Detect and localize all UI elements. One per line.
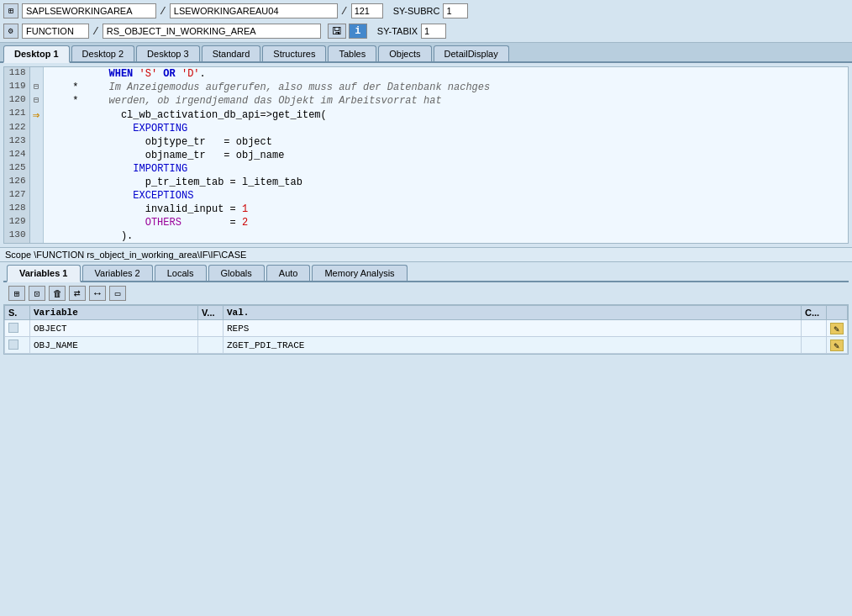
vars-icon-swap[interactable]: ⇄ — [69, 286, 86, 301]
slash-2: / — [341, 5, 348, 18]
line-number-125: 125 — [4, 162, 29, 176]
save-icon[interactable]: 🖫 — [328, 24, 346, 39]
bottom-tab-locals[interactable]: Locals — [155, 265, 207, 281]
line-marker-128 — [29, 203, 43, 216]
object-type: FUNCTION — [22, 24, 89, 39]
bottom-tab-variables-1[interactable]: Variables 1 — [7, 265, 81, 282]
code-line-121: 121⇒ cl_wb_activation_db_api=>get_item( — [4, 108, 848, 122]
vars-icon-2[interactable]: ⊡ — [29, 286, 45, 301]
code-line-130: 130 ). — [4, 229, 848, 243]
code-line-126: 126 p_tr_item_tab = l_item_tab — [4, 176, 848, 189]
var-v-1 — [198, 337, 224, 354]
bottom-tab-variables-2[interactable]: Variables 2 — [82, 265, 153, 281]
line-content-119: * Im Anzeigemodus aufgerufen, also muss … — [43, 81, 848, 94]
line-marker-123 — [29, 135, 43, 149]
toolbar-icons: 🖫 i — [328, 24, 367, 39]
top-tab-desktop-2[interactable]: Desktop 2 — [71, 45, 135, 61]
var-edit-1[interactable]: ✎ — [827, 337, 848, 354]
bottom-tabs-bar: Variables 1Variables 2LocalsGlobalsAutoM… — [3, 262, 849, 282]
top-tab-standard[interactable]: Standard — [202, 45, 261, 61]
scope-bar: Scope \FUNCTION rs_object_in_working_are… — [0, 247, 852, 262]
line-content-124: objname_tr = obj_name — [43, 149, 848, 162]
col-header-variable: Variable — [30, 306, 198, 320]
line-marker-127 — [29, 189, 43, 203]
edit-icon[interactable]: ✎ — [830, 323, 844, 334]
sy-subrc-label: SY-SUBRC — [393, 6, 440, 16]
top-tab-tables[interactable]: Tables — [328, 45, 376, 61]
bottom-tab-auto[interactable]: Auto — [266, 265, 311, 281]
code-line-128: 128 invalid_input = 1 — [4, 203, 848, 216]
function-icon: ⚙ — [3, 24, 18, 39]
var-c-0 — [802, 320, 827, 337]
code-line-119: 119⊟ * Im Anzeigemodus aufgerufen, also … — [4, 81, 848, 94]
col-header-v: V... — [198, 306, 224, 320]
vars-row-0: OBJECTREPS✎ — [5, 320, 848, 337]
line-number-127: 127 — [4, 189, 29, 203]
vars-icon-box[interactable]: ▭ — [109, 286, 126, 301]
code-line-127: 127 EXCEPTIONS — [4, 189, 848, 203]
top-tab-desktop-1[interactable]: Desktop 1 — [3, 45, 70, 63]
bottom-panel: Variables 1Variables 2LocalsGlobalsAutoM… — [3, 262, 849, 355]
code-line-124: 124 objname_tr = obj_name — [4, 149, 848, 162]
toolbar-row-2: ⚙ FUNCTION / RS_OBJECT_IN_WORKING_AREA 🖫… — [3, 22, 849, 40]
code-line-120: 120⊟ * werden, ob irgendjemand das Objek… — [4, 94, 848, 108]
var-val-0: REPS — [224, 320, 802, 337]
info-icon[interactable]: i — [349, 24, 367, 39]
code-area: 118 WHEN 'S' OR 'D'.119⊟ * Im Anzeigemod… — [3, 66, 849, 244]
vars-icon-1[interactable]: ⊞ — [8, 286, 25, 301]
bottom-tab-memory-analysis[interactable]: Memory Analysis — [312, 265, 407, 281]
var-edit-0[interactable]: ✎ — [827, 320, 848, 337]
code-line-129: 129 OTHERS = 2 — [4, 216, 848, 229]
line-content-128: invalid_input = 1 — [43, 203, 848, 216]
top-tab-detaildisplay[interactable]: DetailDisplay — [434, 45, 509, 61]
var-val-1: ZGET_PDI_TRACE — [224, 337, 802, 354]
line-number-123: 123 — [4, 135, 29, 149]
toolbar-row-1: ⊞ SAPLSEWORKINGAREA / LSEWORKINGAREAU04 … — [3, 2, 849, 20]
arrow-icon: ⇒ — [33, 108, 39, 122]
line-number-120: 120 — [4, 94, 29, 108]
top-tab-objects[interactable]: Objects — [378, 45, 431, 61]
line-marker-125 — [29, 162, 43, 176]
code-line-125: 125 IMPORTING — [4, 162, 848, 176]
line-content-121: cl_wb_activation_db_api=>get_item( — [43, 108, 848, 122]
line-content-129: OTHERS = 2 — [43, 216, 848, 229]
vars-icon-delete[interactable]: 🗑 — [49, 286, 66, 301]
vars-table-container: S. Variable V... Val. C... OBJECTREPS✎OB… — [3, 304, 849, 355]
line-number-121: 121 — [4, 108, 29, 122]
code-line-118: 118 WHEN 'S' OR 'D'. — [4, 67, 848, 81]
bottom-tab-globals[interactable]: Globals — [208, 265, 265, 281]
line-marker-130 — [29, 229, 43, 243]
var-select-1[interactable] — [5, 337, 30, 354]
var-name-0: OBJECT — [30, 320, 198, 337]
line-number-124: 124 — [4, 149, 29, 162]
line-number-126: 126 — [4, 176, 29, 189]
collapse-icon: ⊟ — [34, 82, 39, 92]
line-number-128: 128 — [4, 203, 29, 216]
var-v-0 — [198, 320, 224, 337]
vars-icon-arrow[interactable]: ↔ — [89, 286, 106, 301]
code-line-123: 123 objtype_tr = object — [4, 135, 848, 149]
program-icon: ⊞ — [3, 3, 18, 18]
sy-tabix-value: 1 — [421, 24, 446, 39]
line-content-120: * werden, ob irgendjemand das Objekt im … — [43, 94, 848, 108]
edit-icon[interactable]: ✎ — [830, 340, 844, 351]
scope-text: Scope \FUNCTION rs_object_in_working_are… — [5, 250, 246, 260]
line-marker-121: ⇒ — [29, 108, 43, 122]
vars-row-1: OBJ_NAMEZGET_PDI_TRACE✎ — [5, 337, 848, 354]
line-marker-126 — [29, 176, 43, 189]
line-number-119: 119 — [4, 81, 29, 94]
vars-header-row: S. Variable V... Val. C... — [5, 306, 848, 320]
top-tab-structures[interactable]: Structures — [262, 45, 326, 61]
line-number-122: 122 — [4, 122, 29, 135]
line-content-125: IMPORTING — [43, 162, 848, 176]
var-select-0[interactable] — [5, 320, 30, 337]
top-tab-desktop-3[interactable]: Desktop 3 — [136, 45, 200, 61]
line-number: 121 — [351, 3, 383, 18]
line-marker-119: ⊟ — [29, 81, 43, 94]
line-number-130: 130 — [4, 229, 29, 243]
line-number-129: 129 — [4, 216, 29, 229]
col-header-val: Val. — [224, 306, 802, 320]
line-content-126: p_tr_item_tab = l_item_tab — [43, 176, 848, 189]
row-selector — [8, 340, 18, 350]
program-name: SAPLSEWORKINGAREA — [22, 3, 156, 18]
